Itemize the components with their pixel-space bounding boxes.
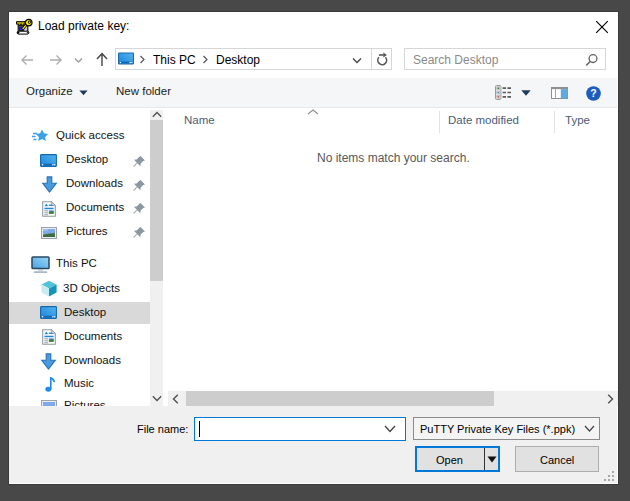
svg-text:?: ? <box>590 87 596 99</box>
